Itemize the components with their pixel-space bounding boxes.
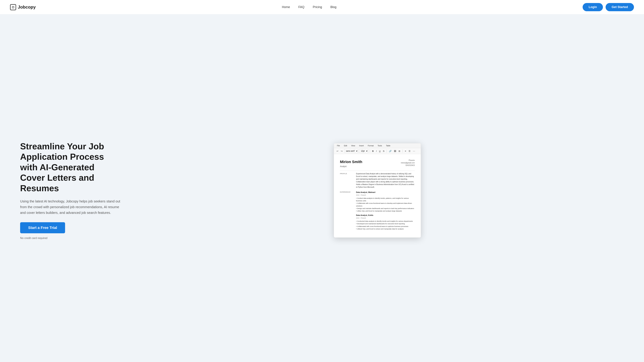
cta-container: Start a Free Trial No credit card requir… — [20, 222, 121, 240]
toolbar-divider-1 — [370, 149, 370, 152]
menu-table[interactable]: Table — [385, 144, 391, 147]
resume-phone: 3242323423 — [401, 164, 415, 167]
job-bullet-1-1: • Conduct data analysis to identify tren… — [356, 197, 415, 202]
hero-content: Streamline Your Job Application Process … — [20, 141, 121, 240]
toolbar-link-button[interactable]: 🔗 — [388, 149, 392, 153]
nav-link-pricing[interactable]: Pricing — [313, 5, 322, 9]
window-menubar: File Edit View Insert Format Tools Table — [334, 143, 421, 148]
resume-job-title: Analyst — [340, 165, 362, 168]
job-bullet-2-1: • Conducted data analysis to identify tr… — [356, 220, 415, 222]
hero-description: Using the latest AI technology, Jobcopy … — [20, 198, 121, 216]
toolbar-size-select[interactable]: 12pt — [359, 149, 368, 153]
job-bullet-1-4: • Utilize SQL and Excel to manipulate an… — [356, 210, 415, 212]
job-bullet-1-3: • Design and maintain dashboards and rep… — [356, 207, 415, 210]
toolbar-divider-3 — [402, 149, 403, 152]
nav-link-faq[interactable]: FAQ — [298, 5, 304, 9]
toolbar-redo[interactable]: ↪ — [340, 149, 343, 153]
start-trial-button[interactable]: Start a Free Trial — [20, 222, 65, 233]
nav-item-pricing[interactable]: Pricing — [313, 5, 322, 9]
resume-body: Mirion Smith Analyst Phoenix mirion@gmai… — [334, 154, 421, 238]
resume-name-block: Mirion Smith Analyst — [340, 159, 362, 168]
resume-window: File Edit View Insert Format Tools Table… — [334, 143, 421, 238]
profile-content: Experienced Data Analyst with a demonstr… — [356, 172, 415, 189]
menu-tools[interactable]: Tools — [377, 144, 383, 147]
resume-profile-section: PROFILE Experienced Data Analyst with a … — [340, 172, 415, 189]
nav-item-faq[interactable]: FAQ — [298, 5, 304, 9]
nav-links: Home FAQ Pricing Blog — [282, 5, 336, 9]
nav-link-home[interactable]: Home — [282, 5, 290, 9]
toolbar-divider-2 — [386, 149, 387, 152]
job-bullet-2-2: • Developed and maintained dashboards fo… — [356, 222, 415, 225]
toolbar-font-select[interactable]: sans-serif — [344, 149, 358, 153]
job-bullet-1-2: • Collaborate with cross-functional team… — [356, 202, 415, 207]
nav-actions: Login Get Started — [582, 3, 634, 11]
resume-contact: Phoenix mirion@gmail.com 3242323423 — [401, 159, 415, 167]
hero-visual: File Edit View Insert Format Tools Table… — [131, 143, 624, 238]
toolbar-more-button[interactable]: ⋯ — [412, 149, 416, 153]
toolbar-undo[interactable]: ↩ — [336, 149, 339, 153]
toolbar-list-button[interactable]: ☰ — [408, 149, 411, 153]
no-credit-card-text: No credit card required — [20, 237, 121, 240]
toolbar-italic-button[interactable]: I — [375, 149, 377, 153]
nav-item-home[interactable]: Home — [282, 5, 290, 9]
window-toolbar: ↩ ↪ sans-serif 12pt B I U S 🔗 🖼 ⊞ ≡ — [334, 148, 421, 154]
login-button[interactable]: Login — [582, 3, 603, 11]
job-title-1: Data Analyst, Walmart — [356, 191, 415, 194]
resume-divider — [340, 171, 415, 171]
toolbar-underline-button[interactable]: U — [378, 149, 381, 153]
toolbar-strikethrough-button[interactable]: S — [382, 149, 385, 153]
nav-link-blog[interactable]: Blog — [330, 5, 336, 9]
resume-experience-section: EXPERIENCE Data Analyst, Walmart 2015 - … — [340, 191, 415, 230]
resume-email: mirion@gmail.com — [401, 162, 415, 164]
logo-inner-square — [12, 6, 14, 8]
hero-section: Streamline Your Job Application Process … — [0, 14, 644, 362]
menu-edit[interactable]: Edit — [343, 144, 348, 147]
menu-format[interactable]: Format — [367, 144, 374, 147]
resume-name: Mirion Smith — [340, 159, 362, 165]
toolbar-align-button[interactable]: ≡ — [404, 149, 407, 153]
job-bullet-2-4: • Utilized SQL and Excel to extract and … — [356, 228, 415, 230]
profile-label: PROFILE — [340, 172, 353, 189]
job-bullet-2-3: • Collaborated with cross-functional tea… — [356, 225, 415, 228]
menu-file[interactable]: File — [336, 144, 340, 147]
experience-label: EXPERIENCE — [340, 191, 353, 230]
hero-title: Streamline Your Job Application Process … — [20, 141, 121, 193]
logo-text: Jobcopy — [18, 4, 36, 10]
navbar: Jobcopy Home FAQ Pricing Blog Login Get … — [0, 0, 644, 14]
resume-location: Phoenix — [401, 159, 415, 162]
job-dates-1: 2015 - Present — [356, 194, 415, 196]
logo-link[interactable]: Jobcopy — [10, 4, 36, 10]
job-title-2: Data Analyst, Kohls — [356, 214, 415, 217]
menu-view[interactable]: View — [350, 144, 356, 147]
nav-item-blog[interactable]: Blog — [330, 5, 336, 9]
menu-insert[interactable]: Insert — [358, 144, 364, 147]
toolbar-image-button[interactable]: 🖼 — [393, 149, 397, 153]
resume-header: Mirion Smith Analyst Phoenix mirion@gmai… — [340, 159, 415, 168]
toolbar-bold-button[interactable]: B — [372, 149, 374, 153]
experience-content: Data Analyst, Walmart 2015 - Present • C… — [356, 191, 415, 230]
logo-icon — [10, 4, 16, 10]
job-dates-2: 2015 - Present — [356, 217, 415, 219]
toolbar-table-button[interactable]: ⊞ — [398, 149, 401, 153]
get-started-button[interactable]: Get Started — [606, 3, 634, 11]
